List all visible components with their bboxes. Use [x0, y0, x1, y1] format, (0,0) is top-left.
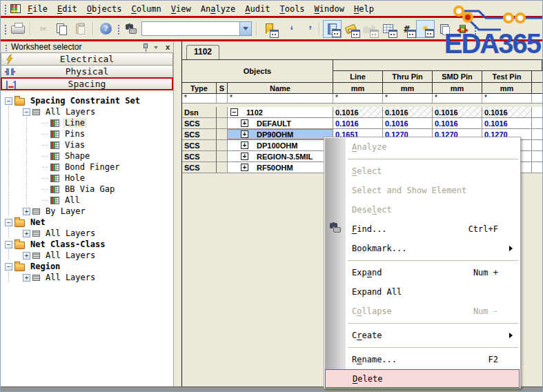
collapse-box-icon[interactable]: − — [5, 219, 12, 226]
cut-button[interactable] — [34, 20, 52, 38]
value-cell[interactable]: 0.1016 — [383, 107, 433, 117]
value-cell[interactable]: 0.1016 — [433, 107, 482, 117]
combo-dropdown-button[interactable] — [239, 22, 251, 35]
s-cell[interactable] — [217, 118, 228, 128]
tree-item-by-layer[interactable]: +By Layer — [1, 206, 173, 217]
expand-box-icon[interactable]: + — [241, 141, 248, 149]
header-line[interactable]: Line — [333, 71, 383, 83]
tree-item-spacing-constraint-set[interactable]: −Spacing Constraint Set — [1, 95, 173, 106]
value-cell[interactable]: 0.1016 — [482, 118, 532, 128]
filter-type[interactable]: * — [182, 94, 217, 104]
name-cell[interactable]: +DEFAULT — [228, 118, 333, 128]
expand-box-icon[interactable]: + — [241, 119, 248, 127]
chevron-down-icon[interactable] — [154, 46, 158, 51]
context-menu-item-select[interactable]: Select — [324, 161, 520, 181]
tree-item-all-layers[interactable]: +All Layers — [1, 272, 173, 283]
menu-column[interactable]: Column — [126, 3, 166, 15]
context-menu-item-rename[interactable]: Rename...F2 — [324, 350, 520, 369]
type-cell[interactable]: SCS — [182, 140, 217, 150]
value-cell[interactable]: 0.1016 — [333, 118, 383, 128]
tree-item-pins[interactable]: Pins — [1, 128, 173, 139]
toolbar-drag-handle[interactable] — [3, 23, 7, 35]
context-menu-item-select-and-show-element[interactable]: Select and Show Element — [324, 181, 520, 200]
tree-item-bb-via-gap[interactable]: BB Via Gap — [1, 184, 173, 195]
selector-button-spacing[interactable]: Spacing — [1, 77, 173, 90]
tree-item-bond-finger[interactable]: Bond Finger — [1, 161, 173, 173]
collapse-box-icon[interactable]: − — [5, 97, 12, 105]
filter-name[interactable]: * — [228, 94, 333, 104]
collapse-box-icon[interactable]: − — [23, 108, 30, 116]
tree-item-all-layers[interactable]: +All Layers — [1, 228, 173, 239]
header-test-pin[interactable]: Test Pin — [482, 71, 532, 83]
filter-line[interactable]: * — [333, 94, 383, 104]
name-cell[interactable]: +DP100OHM — [228, 140, 333, 150]
search-input[interactable] — [142, 22, 239, 35]
collapse-box-icon[interactable]: − — [5, 241, 12, 248]
copy-button[interactable] — [52, 20, 71, 38]
s-cell[interactable] — [217, 140, 228, 150]
panel-drag-handle[interactable] — [4, 43, 8, 51]
tree-item-hole[interactable]: Hole — [1, 173, 173, 184]
context-menu-item-delete[interactable]: Delete — [325, 369, 520, 388]
filter-test-pin[interactable]: * — [482, 94, 532, 104]
menu-analyze[interactable]: Analyze — [196, 3, 241, 15]
type-cell[interactable]: SCS — [182, 151, 217, 161]
number-format-button[interactable] — [397, 20, 416, 38]
table-row-1102[interactable]: Dsn−11020.10160.10160.10160.1016 — [182, 107, 542, 118]
tree-item-region[interactable]: −Region — [1, 261, 173, 272]
value-cell[interactable]: 0.1016 — [383, 118, 433, 128]
worksheet-view-button[interactable] — [323, 20, 342, 38]
grid-view-button[interactable] — [379, 20, 397, 38]
type-cell[interactable]: Dsn — [182, 107, 217, 117]
filter-smd-pin[interactable]: * — [433, 94, 482, 104]
s-cell[interactable] — [217, 129, 228, 139]
tree-item-shape[interactable]: Shape — [1, 150, 173, 161]
header-type[interactable]: Type — [182, 83, 217, 94]
expand-box-icon[interactable]: + — [23, 208, 30, 215]
context-menu-item-bookmark[interactable]: Bookmark... — [324, 239, 520, 258]
menu-window[interactable]: Window — [310, 3, 349, 15]
menu-view[interactable]: View — [166, 3, 196, 15]
menu-help[interactable]: Help — [349, 3, 379, 15]
print-button[interactable] — [8, 20, 27, 38]
bookmark-button[interactable] — [260, 20, 279, 38]
menu-audit[interactable]: Audit — [240, 3, 275, 15]
context-menu-item-expand-all[interactable]: Expand All — [324, 282, 520, 302]
type-cell[interactable]: SCS — [182, 118, 217, 128]
close-icon[interactable]: x — [166, 43, 170, 51]
pin-icon[interactable] — [144, 43, 148, 48]
value-cell[interactable]: 0.1016 — [433, 118, 482, 128]
menu-file[interactable]: File — [23, 3, 52, 15]
expand-box-icon[interactable]: + — [241, 164, 248, 171]
context-menu-item-find[interactable]: Find...Ctrl+F — [324, 219, 520, 239]
header-smd-pin[interactable]: SMD Pin — [433, 71, 482, 83]
name-cell[interactable]: −1102 — [228, 107, 333, 117]
value-cell[interactable]: 0.1016 — [482, 107, 532, 117]
bookmark-next-button[interactable] — [279, 20, 297, 38]
context-menu-item-expand[interactable]: ExpandNum + — [324, 263, 520, 282]
tree-item-net[interactable]: −Net — [1, 217, 173, 228]
tree-item-line[interactable]: Line — [1, 117, 173, 128]
paste-special-button[interactable] — [435, 20, 453, 38]
paste-button[interactable] — [71, 20, 90, 38]
context-menu-item-analyze[interactable]: Analyze — [324, 137, 520, 157]
analysis-mode-button[interactable] — [416, 20, 435, 38]
toolbar-drag-handle[interactable] — [3, 3, 7, 14]
menu-edit[interactable]: Edit — [52, 3, 82, 15]
find-button[interactable] — [121, 20, 140, 38]
expand-box-icon[interactable]: + — [23, 274, 30, 282]
search-combobox[interactable] — [141, 21, 252, 36]
filter-s[interactable] — [217, 94, 228, 104]
context-menu-item-collapse[interactable]: CollapseNum - — [324, 302, 520, 321]
type-cell[interactable]: SCS — [182, 162, 217, 173]
context-menu-item-create[interactable]: Create — [324, 326, 520, 345]
tree-item-net-class-class[interactable]: −Net Class-Class — [1, 239, 173, 250]
tag-button[interactable] — [342, 20, 360, 38]
collapse-box-icon[interactable]: − — [230, 108, 238, 116]
context-menu-item-deselect[interactable]: Deselect — [324, 200, 520, 219]
tree-item-vias[interactable]: Vias — [1, 139, 173, 150]
s-cell[interactable] — [217, 151, 228, 161]
s-cell[interactable] — [217, 162, 228, 173]
name-cell[interactable]: +RF50OHM — [228, 162, 333, 173]
header-s[interactable]: S — [217, 83, 228, 94]
